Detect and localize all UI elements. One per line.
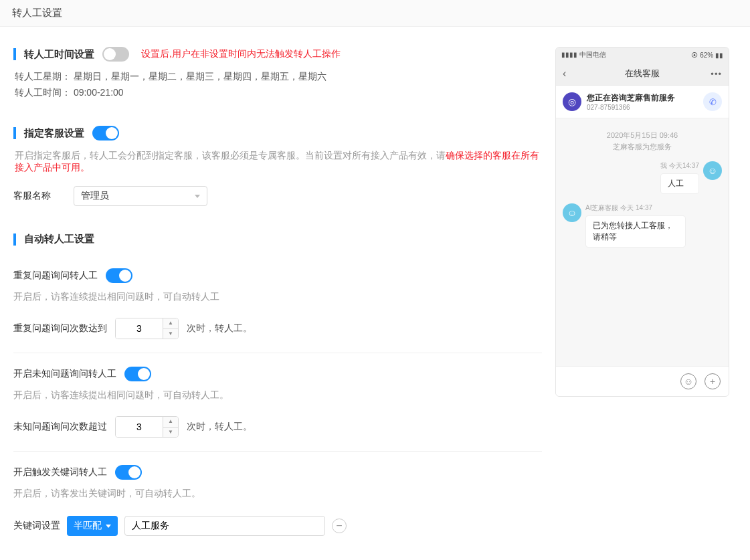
more-icon[interactable]: ••• xyxy=(711,69,722,79)
repeat-label: 重复问题询问转人工 xyxy=(13,270,98,282)
emoji-icon[interactable]: ☺ xyxy=(680,373,696,389)
repeat-count-input-wrap: ▲ ▼ xyxy=(115,318,179,339)
unknown-count-down[interactable]: ▼ xyxy=(163,428,178,438)
keyword-desc: 开启后，访客发出关键词时，可自动转人工。 xyxy=(13,488,542,500)
section-agent-title: 指定客服设置 xyxy=(24,127,84,140)
service-avatar-icon: ◎ xyxy=(563,92,581,111)
unknown-block: 开启未知问题询问转人工 开启后，访客连续提出相同问题时，可自动转人工。 未知问题… xyxy=(13,353,542,452)
agent-name-row: 客服名称 管理员 xyxy=(13,186,542,206)
service-bar: ◎ 您正在咨询芝麻售前服务 027-87591366 ✆ xyxy=(556,86,729,118)
unknown-count-suffix: 次时，转人工。 xyxy=(187,421,252,433)
repeat-count-input[interactable] xyxy=(116,318,163,339)
section-bar xyxy=(13,127,16,139)
time-label: 转人工时间： xyxy=(15,87,71,98)
weekday-label: 转人工星期： xyxy=(15,71,71,82)
repeat-count-down[interactable]: ▼ xyxy=(163,329,178,339)
section-time: 转人工时间设置 设置后,用户在非设置时间内无法触发转人工操作 转人工星期： 星期… xyxy=(13,47,542,99)
section-bar xyxy=(13,48,16,60)
unknown-desc: 开启后，访客连续提出相同问题时，可自动转人工。 xyxy=(13,389,542,401)
bot-avatar-icon: ☺ xyxy=(563,203,581,222)
agent-name-label: 客服名称 xyxy=(13,190,67,202)
keyword-input[interactable] xyxy=(124,516,325,536)
chat-date: 2020年5月15日 09:46 xyxy=(563,130,722,141)
unknown-toggle[interactable] xyxy=(124,367,151,381)
phone-title: 在线客服 xyxy=(625,68,660,78)
agent-desc-text: 开启指定客服后，转人工会分配到指定客服，该客服必须是专属客服。当前设置对所有接入… xyxy=(15,150,446,161)
keyword-setting-label: 关键词设置 xyxy=(13,520,60,532)
unknown-count-prefix: 未知问题询问次数超过 xyxy=(13,421,107,433)
repeat-block: 重复问题询问转人工 开启后，访客连续提出相同问题时，可自动转人工 重复问题询问次… xyxy=(13,255,542,353)
phone-status-bar: ▮▮▮▮ 中国电信 ⦿ 62% ▮▮ xyxy=(556,48,729,62)
unknown-count-up[interactable]: ▲ xyxy=(163,417,178,428)
battery-label: ⦿ 62% ▮▮ xyxy=(691,52,723,59)
minus-icon: − xyxy=(336,521,342,531)
phone-footer: ☺ + xyxy=(556,366,729,396)
user-message: 我 今天14:37 人工 ☺ xyxy=(563,161,722,194)
agent-desc: 开启指定客服后，转人工会分配到指定客服，该客服必须是专属客服。当前设置对所有接入… xyxy=(15,150,542,174)
section-auto: 自动转人工设置 重复问题询问转人工 开启后，访客连续提出相同问题时，可自动转人工… xyxy=(13,233,542,549)
bot-message: ☺ AI芝麻客服 今天 14:37 已为您转接人工客服，请稍等 xyxy=(563,203,722,248)
carrier-label: ▮▮▮▮ 中国电信 xyxy=(561,50,606,60)
call-icon[interactable]: ✆ xyxy=(703,92,722,111)
agent-name-value: 管理员 xyxy=(81,190,109,202)
signal-icon: ▮▮▮▮ xyxy=(561,51,577,58)
chat-subtitle: 芝麻客服为您服务 xyxy=(563,142,722,152)
chat-body: 2020年5月15日 09:46 芝麻客服为您服务 我 今天14:37 人工 ☺… xyxy=(556,118,729,366)
unknown-label: 开启未知问题询问转人工 xyxy=(13,368,116,380)
settings-panel: 转人工时间设置 设置后,用户在非设置时间内无法触发转人工操作 转人工星期： 星期… xyxy=(13,47,542,560)
user-avatar-icon: ☺ xyxy=(703,161,722,180)
time-line: 转人工时间： 09:00-21:00 xyxy=(15,87,542,99)
time-hint: 设置后,用户在非设置时间内无法触发转人工操作 xyxy=(141,48,341,60)
chevron-down-icon xyxy=(106,525,111,528)
service-name: 您正在咨询芝麻售前服务 xyxy=(587,92,675,104)
repeat-count-suffix: 次时，转人工。 xyxy=(187,322,252,335)
unknown-count-input[interactable] xyxy=(116,417,163,437)
section-auto-title: 自动转人工设置 xyxy=(24,233,94,246)
back-icon[interactable]: ‹ xyxy=(563,68,566,80)
agent-name-select[interactable]: 管理员 xyxy=(74,186,207,206)
weekday-line: 转人工星期： 星期日，星期一，星期二，星期三，星期四，星期五，星期六 xyxy=(15,71,542,83)
add-icon[interactable]: + xyxy=(705,373,721,389)
time-value: 09:00-21:00 xyxy=(74,87,124,98)
unknown-count-input-wrap: ▲ ▼ xyxy=(115,416,179,438)
user-bubble: 人工 xyxy=(660,173,699,194)
match-mode-select[interactable]: 半匹配 xyxy=(67,516,118,536)
preview-panel: ▮▮▮▮ 中国电信 ⦿ 62% ▮▮ ‹ 在线客服 ••• ◎ 您正在咨询芝麻售… xyxy=(555,47,729,560)
service-phone: 027-87591366 xyxy=(587,104,675,111)
user-meta: 我 今天14:37 xyxy=(660,161,699,171)
bot-bubble: 已为您转接人工客服，请稍等 xyxy=(585,215,686,248)
remove-keyword-button[interactable]: − xyxy=(332,519,347,533)
bot-meta: AI芝麻客服 今天 14:37 xyxy=(585,203,686,213)
keyword-block: 开启触发关键词转人工 开启后，访客发出关键词时，可自动转人工。 关键词设置 半匹… xyxy=(13,452,542,549)
keyword-toggle[interactable] xyxy=(115,465,142,480)
phone-header: ‹ 在线客服 ••• xyxy=(556,62,729,86)
match-mode-value: 半匹配 xyxy=(74,520,102,532)
section-agent: 指定客服设置 开启指定客服后，转人工会分配到指定客服，该客服必须是专属客服。当前… xyxy=(13,126,542,206)
time-toggle[interactable] xyxy=(102,47,129,62)
repeat-count-prefix: 重复问题询问次数达到 xyxy=(13,322,107,335)
repeat-count-up[interactable]: ▲ xyxy=(163,318,178,329)
agent-toggle[interactable] xyxy=(92,126,119,141)
page-title: 转人工设置 xyxy=(0,0,750,27)
phone-preview: ▮▮▮▮ 中国电信 ⦿ 62% ▮▮ ‹ 在线客服 ••• ◎ 您正在咨询芝麻售… xyxy=(555,47,729,397)
section-bar xyxy=(13,234,16,246)
keyword-label: 开启触发关键词转人工 xyxy=(13,466,107,478)
chevron-down-icon xyxy=(195,195,200,198)
repeat-toggle[interactable] xyxy=(106,268,132,283)
weekday-value: 星期日，星期一，星期二，星期三，星期四，星期五，星期六 xyxy=(74,71,326,82)
repeat-desc: 开启后，访客连续提出相同问题时，可自动转人工 xyxy=(13,291,542,303)
section-time-title: 转人工时间设置 xyxy=(24,48,94,61)
